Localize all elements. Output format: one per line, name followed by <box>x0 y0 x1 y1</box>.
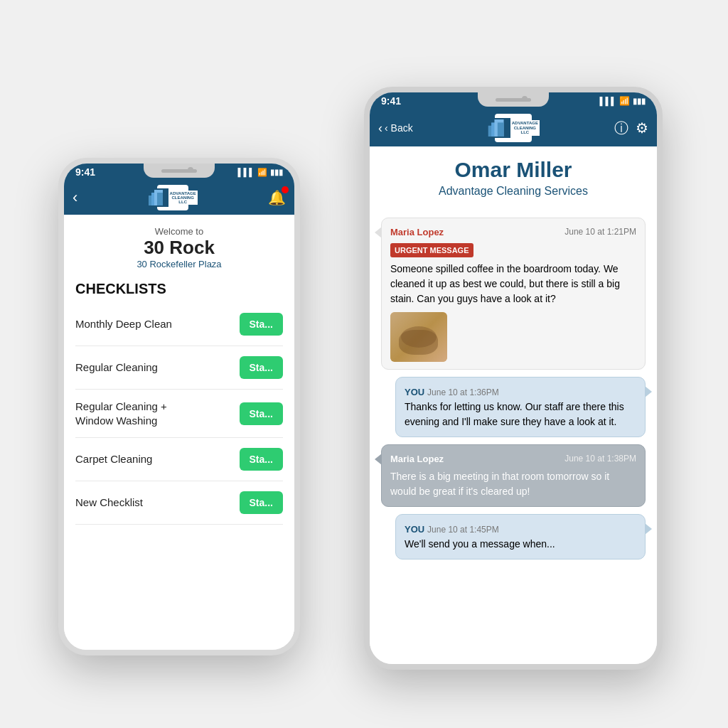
location-sub: 30 Rockefeller Plaza <box>75 259 283 269</box>
message-2: YOU June 10 at 1:36PM Thanks for letting… <box>395 377 646 437</box>
front-wifi-icon: 📶 <box>619 96 630 106</box>
checklist-item-5: New Checklist Sta... <box>75 481 283 525</box>
chevron-left-icon: ‹ <box>378 121 382 136</box>
back-phone-logo: ADVANTAGECLEANING LLC <box>157 185 188 210</box>
msg-header-1: Maria Lopez June 10 at 1:21PM <box>390 225 636 240</box>
user-name: Omar Miller <box>381 158 646 182</box>
back-phone-time: 9:41 <box>75 166 95 178</box>
front-logo-icon <box>488 119 510 136</box>
msg-header-3: Maria Lopez June 10 at 1:38PM <box>390 452 636 466</box>
checklist-item-4: Carpet Cleaning Sta... <box>75 438 283 481</box>
welcome-text: Welcome to <box>75 226 283 237</box>
scene: 9:41 ▌▌▌ 📶 ▮▮▮ ‹ ADVANTAGECLEANI <box>44 44 684 684</box>
start-btn-5[interactable]: Sta... <box>240 491 283 514</box>
front-notch <box>478 92 549 107</box>
msg-text-3: There is a big meeting in that room tomo… <box>390 469 636 499</box>
front-phone-status-icons: ▌▌▌ 📶 ▮▮▮ <box>600 96 646 106</box>
message-1: Maria Lopez June 10 at 1:21PM URGENT MES… <box>381 218 646 370</box>
msg-text-2: Thanks for letting us know. Our staff ar… <box>405 400 636 429</box>
msg-image-1 <box>390 312 447 362</box>
front-signal-icon: ▌▌▌ <box>600 97 616 105</box>
msg-sender-1: Maria Lopez <box>390 225 444 240</box>
checklist-item-2: Regular Cleaning Sta... <box>75 346 283 390</box>
start-btn-2[interactable]: Sta... <box>240 356 283 379</box>
settings-icon[interactable]: ⚙ <box>636 119 648 136</box>
svg-rect-7 <box>498 122 504 136</box>
location-header: Welcome to 30 Rock 30 Rockefeller Plaza <box>64 215 294 275</box>
msg-header-2: YOU June 10 at 1:36PM <box>405 385 636 400</box>
front-back-button[interactable]: ‹ ‹ Back <box>378 121 413 136</box>
notch <box>144 164 215 178</box>
checklists-section: CHECKLISTS Monthly Deep Clean Sta... Reg… <box>64 275 294 530</box>
svg-rect-3 <box>157 193 163 205</box>
arrow-left-1 <box>375 227 382 238</box>
msg-time-1: June 10 at 1:21PM <box>564 225 636 240</box>
checklist-label-4: Carpet Cleaning <box>75 452 152 466</box>
checklist-label-2: Regular Cleaning <box>75 360 158 375</box>
back-button[interactable]: ‹ <box>73 188 77 207</box>
user-company: Advantage Cleaning Services <box>381 185 646 198</box>
msg-sender-3: Maria Lopez <box>390 452 444 466</box>
front-camera-dot <box>522 96 528 102</box>
front-phone-nav: ‹ ‹ Back ADVANTAGECLEANING LLC ⓘ ⚙ <box>370 109 657 146</box>
checklists-title: CHECKLISTS <box>75 281 283 297</box>
front-phone-time: 9:41 <box>381 95 401 107</box>
msg-time-2: June 10 at 1:36PM <box>427 387 499 397</box>
checklist-item-3: Regular Cleaning +Window Washing Sta... <box>75 390 283 438</box>
back-phone-status-icons: ▌▌▌ 📶 ▮▮▮ <box>238 168 283 177</box>
back-label: ‹ Back <box>385 122 413 134</box>
start-btn-4[interactable]: Sta... <box>240 448 283 471</box>
msg-text-1: Someone spilled coffee in the boardroom … <box>390 262 636 306</box>
msg-header-4: YOU June 10 at 1:45PM <box>405 522 636 537</box>
msg-text-4: We'll send you a message when... <box>405 537 636 552</box>
wifi-icon: 📶 <box>257 168 267 177</box>
start-btn-1[interactable]: Sta... <box>240 313 283 336</box>
start-btn-3[interactable]: Sta... <box>240 402 283 425</box>
front-phone-logo: ADVANTAGECLEANING LLC <box>495 114 532 142</box>
message-3: Maria Lopez June 10 at 1:38PM There is a… <box>381 444 646 507</box>
checklist-label-5: New Checklist <box>75 496 143 510</box>
phone-back: 9:41 ▌▌▌ 📶 ▮▮▮ ‹ ADVANTAGECLEANI <box>58 158 300 655</box>
msg-time-3: June 10 at 1:38PM <box>564 452 636 466</box>
message-thread: Maria Lopez June 10 at 1:21PM URGENT MES… <box>370 218 657 578</box>
location-name: 30 Rock <box>75 237 283 259</box>
camera-dot <box>188 167 193 173</box>
logo-icon <box>149 190 168 205</box>
urgent-tag: URGENT MESSAGE <box>390 243 473 258</box>
notification-bell[interactable]: 🔔 <box>268 189 286 206</box>
msg-sender-2: YOU <box>405 387 424 397</box>
checklist-label-1: Monthly Deep Clean <box>75 317 172 331</box>
front-battery-icon: ▮▮▮ <box>633 97 646 106</box>
user-profile: Omar Miller Advantage Cleaning Services <box>370 146 657 218</box>
info-icon[interactable]: ⓘ <box>614 119 628 138</box>
msg-time-4: June 10 at 1:45PM <box>427 525 499 535</box>
checklist-item-1: Monthly Deep Clean Sta... <box>75 303 283 346</box>
checklist-label-3: Regular Cleaning +Window Washing <box>75 400 167 427</box>
arrow-left-3 <box>375 454 382 465</box>
arrow-right-2 <box>645 386 652 397</box>
battery-icon: ▮▮▮ <box>270 168 283 177</box>
nav-icons: ⓘ ⚙ <box>614 119 648 138</box>
back-phone-nav: ‹ ADVANTAGECLEANING LLC 🔔 <box>64 181 294 215</box>
back-phone-content: Welcome to 30 Rock 30 Rockefeller Plaza … <box>64 215 294 650</box>
msg-sender-4: YOU <box>405 524 424 535</box>
signal-icon: ▌▌▌ <box>238 168 255 176</box>
front-phone-content: Omar Miller Advantage Cleaning Services … <box>370 146 657 667</box>
message-4: YOU June 10 at 1:45PM We'll send you a m… <box>395 514 646 560</box>
arrow-right-4 <box>645 523 652 535</box>
phone-front: 9:41 ▌▌▌ 📶 ▮▮▮ ‹ ‹ Back <box>364 87 663 670</box>
